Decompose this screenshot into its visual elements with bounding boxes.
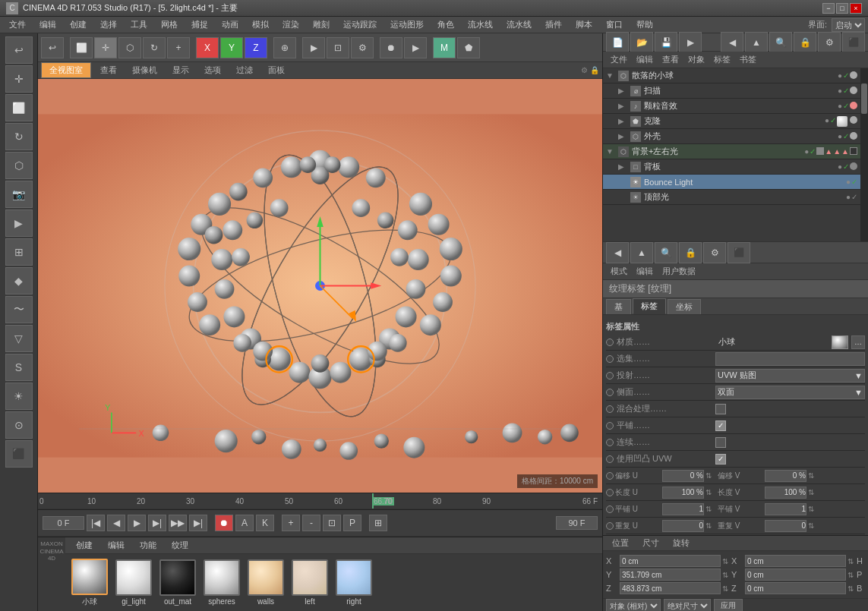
cloner-button[interactable]: M xyxy=(433,37,456,58)
sm-row-sweep[interactable]: ▶ ⌀ 扫描 ● ✓ xyxy=(603,83,860,99)
material-item-spheres[interactable]: spheres xyxy=(204,559,240,606)
sm-expand-btn[interactable]: ⬛ xyxy=(842,32,865,53)
x-axis-button[interactable]: X xyxy=(196,37,219,58)
select-rect-button[interactable]: ⬜ xyxy=(70,37,93,58)
length-u-input[interactable] xyxy=(662,487,704,499)
prev-frame-button[interactable]: |◀ xyxy=(87,515,105,531)
material-item-walls[interactable]: walls xyxy=(248,559,284,606)
length-v-spin[interactable]: ⇅ xyxy=(808,488,814,496)
move-tool-icon[interactable]: ✛ xyxy=(5,65,33,93)
length-radio[interactable] xyxy=(606,489,614,496)
sm-scroll-thumb[interactable] xyxy=(861,83,867,114)
vis-check-bl[interactable]: ✓ xyxy=(851,178,857,186)
panel-menu[interactable]: 面板 xyxy=(262,64,291,77)
offset-v-spin[interactable]: ⇅ xyxy=(808,471,814,480)
repeat-u-spin[interactable]: ⇅ xyxy=(705,521,712,530)
effector-button[interactable]: ⬟ xyxy=(457,37,480,58)
material-icon[interactable]: S xyxy=(5,354,33,381)
vis-dot-sh[interactable]: ● xyxy=(838,132,842,140)
sm-row-shell[interactable]: ▶ ⬡ 外壳 ● ✓ xyxy=(603,129,860,144)
scale-icon[interactable]: ⬡ xyxy=(5,152,33,179)
key-button[interactable]: K xyxy=(256,515,274,531)
sm-row-cloner[interactable]: ▶ ⬟ 克隆 ● ✓ xyxy=(603,114,860,129)
sm-row-scattered[interactable]: ▼ ⬡ 散落的小球 ● ✓ xyxy=(603,68,860,83)
sm-row-audio[interactable]: ▶ ♪ 颗粒音效 ● ✓ xyxy=(603,99,860,114)
menu-file[interactable]: 文件 xyxy=(3,17,32,32)
repeat-v-spin[interactable]: ⇅ xyxy=(808,521,814,530)
tile-checkbox[interactable]: ✓ xyxy=(715,420,726,431)
next-frame-button[interactable]: ▶▶ xyxy=(169,515,187,531)
sm-new-btn[interactable]: 📄 xyxy=(606,32,629,53)
menu-pipeline2[interactable]: 流水线 xyxy=(500,17,538,32)
selection-radio[interactable] xyxy=(606,355,614,363)
undo-icon[interactable]: ↩ xyxy=(5,36,33,64)
offset-v-input[interactable] xyxy=(765,470,806,482)
mat-function-menu[interactable]: 功能 xyxy=(134,538,163,553)
attr-arrow-up[interactable]: ▲ xyxy=(630,242,653,263)
menu-plugins[interactable]: 插件 xyxy=(539,17,568,32)
close-button[interactable]: × xyxy=(850,3,862,14)
material-item-left[interactable]: left xyxy=(292,559,328,606)
sm-row-backplate[interactable]: ▶ □ 背板 ● ✓ xyxy=(603,159,860,175)
space-select[interactable]: 绝对尺寸 xyxy=(664,599,711,611)
continuous-checkbox[interactable] xyxy=(715,437,726,448)
menu-tools[interactable]: 工具 xyxy=(125,17,153,32)
pos-x-input[interactable] xyxy=(620,555,721,567)
vis-dot[interactable]: ● xyxy=(838,71,842,80)
tile-v-input[interactable] xyxy=(765,503,806,515)
vis-dot-c[interactable]: ● xyxy=(825,116,829,127)
vis-dot-s[interactable]: ● xyxy=(838,87,842,95)
material-preview[interactable] xyxy=(832,335,848,349)
rotate-icon[interactable]: ↻ xyxy=(5,123,33,150)
play-button[interactable]: ▶ xyxy=(404,37,427,58)
attr-edit-menu[interactable]: 编辑 xyxy=(633,266,656,277)
sm-row-toplight[interactable]: ☀ 顶部光 ● ✓ xyxy=(603,190,860,205)
tile-radio[interactable] xyxy=(606,422,614,430)
mat-edit-menu[interactable]: 编辑 xyxy=(102,538,131,553)
del-key-button[interactable]: - xyxy=(302,515,320,531)
next-key-button[interactable]: ▶| xyxy=(148,515,166,531)
record-button[interactable]: ⏺ xyxy=(380,37,402,58)
attr-lock[interactable]: 🔒 xyxy=(679,242,702,263)
tile-v-spin[interactable]: ⇅ xyxy=(808,505,814,513)
vis-dot-tl[interactable]: ● xyxy=(846,193,851,201)
tiles-radio[interactable] xyxy=(606,505,614,513)
sm-render-btn[interactable]: ▶ xyxy=(679,32,702,53)
transport-extra[interactable]: ⊞ xyxy=(369,515,387,531)
camera-menu[interactable]: 摄像机 xyxy=(126,64,163,77)
menu-select[interactable]: 选择 xyxy=(94,17,123,32)
material-item-xiaoqiu[interactable]: 小球 xyxy=(71,559,108,607)
mix-radio[interactable] xyxy=(606,405,614,413)
display-menu[interactable]: 显示 xyxy=(166,64,195,77)
maximize-button[interactable]: □ xyxy=(836,3,848,14)
render-preview-button[interactable]: ▶ xyxy=(302,37,325,58)
tab-tag[interactable]: 标签 xyxy=(633,298,666,314)
vis-dot-bg[interactable]: ● xyxy=(804,147,809,156)
pos-tab-size[interactable]: 尺寸 xyxy=(636,536,665,550)
mix-checkbox[interactable] xyxy=(715,404,726,414)
select-icon[interactable]: ⬜ xyxy=(5,94,33,121)
camera-icon[interactable]: 📷 xyxy=(5,181,33,208)
sm-arrow-left[interactable]: ◀ xyxy=(721,32,743,53)
menu-simulate[interactable]: 模拟 xyxy=(246,17,275,32)
light-icon[interactable]: ☀ xyxy=(5,383,33,410)
menu-help[interactable]: 帮助 xyxy=(630,17,659,32)
coord-mode-select[interactable]: 对象 (相对) xyxy=(606,599,661,611)
auto-key-button[interactable]: A xyxy=(235,515,254,531)
sm-lock-btn[interactable]: 🔒 xyxy=(794,32,816,53)
options-menu[interactable]: 选项 xyxy=(198,64,227,77)
viewport-fullview-tab[interactable]: 全视图室 xyxy=(41,62,91,78)
offset-radio[interactable] xyxy=(606,472,614,480)
menu-pipeline1[interactable]: 流水线 xyxy=(462,17,499,32)
menu-mesh[interactable]: 网格 xyxy=(155,17,184,32)
pos-x-spin[interactable]: ⇅ xyxy=(722,557,728,565)
menu-character[interactable]: 角色 xyxy=(431,17,460,32)
sm-search-btn[interactable]: 🔍 xyxy=(769,32,792,53)
add-key-button[interactable]: + xyxy=(282,515,300,531)
sm-bookmark-menu[interactable]: 书签 xyxy=(737,54,759,65)
tile-u-spin[interactable]: ⇅ xyxy=(705,505,712,513)
uvw-radio[interactable] xyxy=(606,455,614,463)
vis-check-sh[interactable]: ✓ xyxy=(843,132,849,140)
repeat-v-input[interactable] xyxy=(765,520,806,532)
sm-row-bggroup[interactable]: ▼ ⬡ 背景+左右光 ● ✓ ▲ ▲ ▲ xyxy=(603,144,860,159)
